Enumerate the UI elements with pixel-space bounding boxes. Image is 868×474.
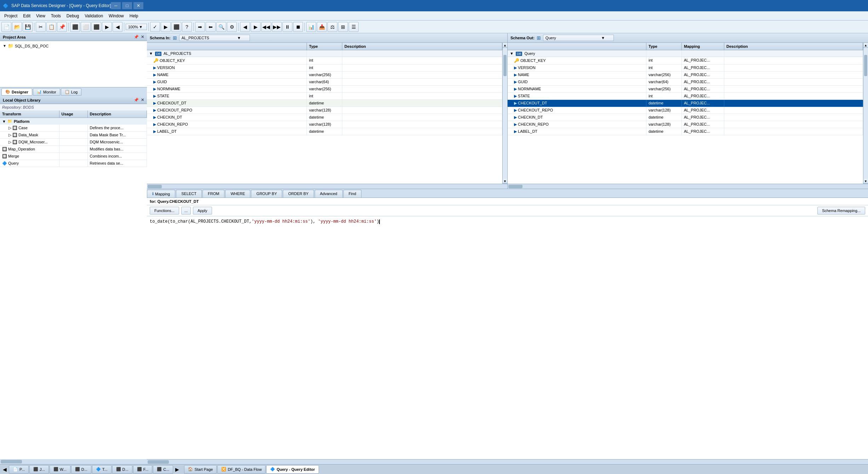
toolbar-btn1[interactable]: ⬛ (70, 22, 80, 32)
expr-hscroll[interactable] (147, 459, 868, 464)
toolbar-extra7[interactable]: ◀◀ (261, 22, 271, 32)
zoom-control[interactable]: 100% ▼ (126, 24, 147, 30)
tab-group-by[interactable]: GROUP BY (251, 190, 282, 198)
status-tab-p[interactable]: 📄 P... (9, 465, 29, 474)
schema-in-field-label-dt[interactable]: ▶ LABEL_DT datetime (147, 128, 502, 135)
toolbar-extra1[interactable]: ➡ (195, 22, 205, 32)
functions-button[interactable]: Functions... (150, 207, 179, 215)
schema-out-hscroll[interactable] (508, 184, 868, 189)
schema-in-field-name[interactable]: ▶ NAME varchar(256) (147, 72, 502, 79)
toolbar-validate-btn[interactable]: ✓ (150, 22, 160, 32)
schema-out-field-state[interactable]: ▶ STATE int AL_PROJEC... (508, 93, 863, 100)
schema-out-field-checkin-dt[interactable]: ▶ CHECKIN_DT datetime AL_PROJEC... (508, 114, 863, 121)
schema-out-table-header-row[interactable]: ▼ DB Query (508, 50, 863, 57)
toolbar-extra8[interactable]: ▶▶ (272, 22, 282, 32)
toolbar-paste-btn[interactable]: 📌 (57, 22, 67, 32)
schema-out-field-checkout-dt[interactable]: ▶ CHECKOUT_DT datetime AL_PROJEC... (508, 100, 863, 107)
toolbar-grid-btn[interactable]: ⊞ (338, 22, 348, 32)
tab-advanced[interactable]: Advanced (315, 190, 343, 198)
toolbar-extra9[interactable]: ⏸ (282, 22, 292, 32)
schema-out-field-guid[interactable]: ▶ GUID varchar(64) AL_PROJEC... (508, 79, 863, 86)
schema-out-field-label-dt[interactable]: ▶ LABEL_DT datetime AL_PROJEC... (508, 128, 863, 135)
expression-editor[interactable]: to_date(to_char(AL_PROJECTS.CHECKOUT_DT,… (147, 216, 868, 459)
menu-validation[interactable]: Validation (82, 12, 106, 19)
toolbar-list-btn[interactable]: ☰ (349, 22, 359, 32)
scroll-down-btn[interactable]: ▼ (503, 179, 507, 184)
tab-where[interactable]: WHERE (225, 190, 250, 198)
schema-in-table-header-row[interactable]: ▼ DB AL_PROJECTS (147, 50, 502, 57)
toolbar-btn4[interactable]: ▶ (102, 22, 112, 32)
schema-in-field-checkin-dt[interactable]: ▶ CHECKIN_DT datetime (147, 114, 502, 121)
schema-out-vscroll[interactable]: ▲ ▼ (863, 43, 868, 184)
schema-in-hscroll[interactable] (147, 184, 507, 189)
menu-tools[interactable]: Tools (48, 12, 64, 19)
project-tree-item-repo[interactable]: ▼ 📁 SQL_DS_BQ_POC (1, 42, 145, 49)
apply-button[interactable]: Apply (193, 207, 212, 215)
out-scroll-up-btn[interactable]: ▲ (863, 43, 868, 48)
menu-help[interactable]: Help (127, 12, 141, 19)
local-lib-pin-icon[interactable]: 📌 (134, 98, 139, 102)
list-item[interactable]: ▷ 🔲 Case Defines the proce... (0, 125, 147, 132)
schema-out-field-checkout-repo[interactable]: ▶ CHECKOUT_REPO varchar(128) AL_PROJEC..… (508, 107, 863, 114)
toolbar-extra6[interactable]: ▶ (251, 22, 261, 32)
schema-in-vscroll[interactable]: ▲ ▼ (502, 43, 507, 184)
status-tab-j[interactable]: ⬛ J... (29, 465, 49, 474)
schema-remapping-button[interactable]: Schema Remapping... (817, 207, 865, 215)
toolbar-extra4[interactable]: ⚙ (227, 22, 237, 32)
schema-out-dropdown[interactable]: Query ▼ (543, 35, 614, 41)
scroll-up-btn[interactable]: ▲ (503, 43, 507, 48)
toolbar-extra5[interactable]: ◀ (240, 22, 250, 32)
menu-edit[interactable]: Edit (20, 12, 33, 19)
schema-out-field-name-row[interactable]: ▶ NAME varchar(256) AL_PROJEC... (508, 72, 863, 79)
out-scroll-down-btn[interactable]: ▼ (863, 179, 868, 184)
toolbar-save-btn[interactable]: 💾 (23, 22, 33, 32)
status-arrow-left[interactable]: ◀ (1, 466, 8, 473)
project-close-icon[interactable]: ✕ (141, 35, 144, 39)
toolbar-btn2[interactable]: ⬜ (81, 22, 91, 32)
menu-project[interactable]: Project (1, 12, 20, 19)
schema-in-field-object-key[interactable]: 🔑 OBJECT_KEY int (147, 57, 502, 64)
nav-tab-start-page[interactable]: 🏠 Start Page (184, 465, 217, 474)
status-tab-f[interactable]: ⬛ F... (133, 465, 153, 474)
status-arrow-right[interactable]: ▶ (174, 466, 181, 473)
toolbar-run-btn[interactable]: ▶ (161, 22, 171, 32)
toolbar-compare-btn[interactable]: ⚖ (327, 22, 337, 32)
list-item[interactable]: ▷ 🔲 DQM_Microser... DQM Microservic... (0, 139, 147, 146)
nav-tab-data-flow[interactable]: 🔀 DF_BQ - Data Flow (217, 465, 265, 474)
local-lib-close-icon[interactable]: ✕ (141, 98, 144, 102)
lib-section-platform[interactable]: ▼ 📁 Platform (0, 118, 147, 125)
menu-window[interactable]: Window (106, 12, 127, 19)
schema-in-field-normname[interactable]: ▶ NORMNAME varchar(256) (147, 86, 502, 93)
schema-in-field-state[interactable]: ▶ STATE int (147, 93, 502, 100)
tab-select[interactable]: SELECT (176, 190, 202, 198)
schema-in-field-checkout-repo[interactable]: ▶ CHECKOUT_REPO varchar(128) (147, 107, 502, 114)
schema-in-field-guid[interactable]: ▶ GUID varchar(64) (147, 79, 502, 86)
schema-in-dropdown[interactable]: AL_PROJECTS ▼ (179, 35, 250, 41)
tab-log[interactable]: 📋 Log (61, 88, 81, 96)
toolbar-cut-btn[interactable]: ✂ (36, 22, 46, 32)
schema-in-field-checkin-repo[interactable]: ▶ CHECKIN_REPO varchar(128) (147, 121, 502, 128)
tab-from[interactable]: FROM (202, 190, 224, 198)
tab-order-by[interactable]: ORDER BY (283, 190, 314, 198)
dots-button[interactable]: ... (181, 207, 191, 215)
schema-out-field-checkin-repo[interactable]: ▶ CHECKIN_REPO varchar(128) AL_PROJEC... (508, 121, 863, 128)
schema-in-field-version[interactable]: ▶ VERSION int (147, 64, 502, 72)
schema-out-field-normname[interactable]: ▶ NORMNAME varchar(256) AL_PROJEC... (508, 86, 863, 93)
toolbar-help-btn[interactable]: ? (182, 22, 192, 32)
schema-out-field-object-key[interactable]: 🔑 OBJECT_KEY int AL_PROJEC... (508, 57, 863, 64)
toolbar-open-btn[interactable]: 📂 (12, 22, 22, 32)
minimize-button[interactable]: ─ (111, 2, 121, 9)
toolbar-btn5[interactable]: ◀ (113, 22, 122, 32)
toolbar-extra2[interactable]: ⬅ (206, 22, 216, 32)
status-tab-d[interactable]: ⬛ D... (71, 465, 91, 474)
tab-designer[interactable]: 🎨 Designer (1, 88, 32, 96)
toolbar-extra10[interactable]: ⏹ (293, 22, 303, 32)
tab-find[interactable]: Find (343, 190, 361, 198)
toolbar-import-btn[interactable]: 📥 (317, 22, 327, 32)
status-tab-d2[interactable]: ⬛ D... (112, 465, 132, 474)
close-button[interactable]: ✕ (133, 2, 143, 9)
list-item[interactable]: ▷ 🔲 Data_Mask Data Mask Base Tr... (0, 132, 147, 139)
toolbar-extra3[interactable]: 🔍 (216, 22, 226, 32)
status-tab-w[interactable]: ⬛ W... (50, 465, 70, 474)
toolbar-copy-btn[interactable]: 📋 (46, 22, 56, 32)
